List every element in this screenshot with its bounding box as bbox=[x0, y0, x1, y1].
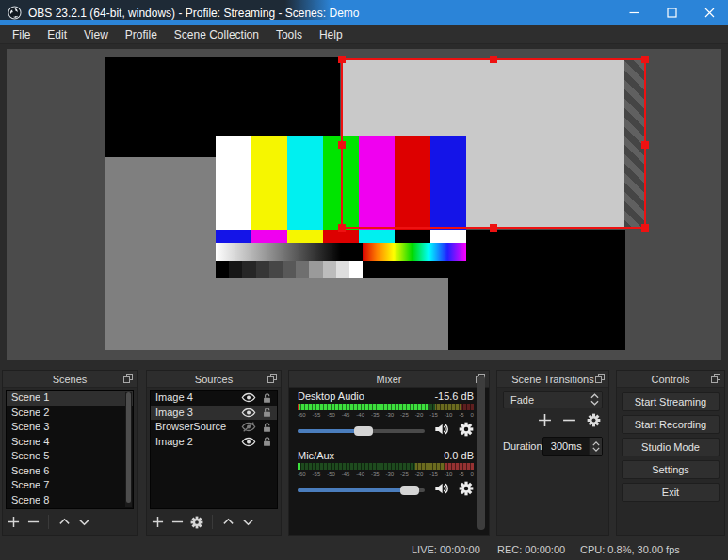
selection-handle[interactable] bbox=[641, 224, 649, 232]
db-tick-label: -55 bbox=[313, 471, 321, 478]
unlock-icon[interactable] bbox=[259, 407, 274, 418]
move-scene-down-button[interactable] bbox=[77, 516, 90, 529]
start-streaming-button[interactable]: Start Streaming bbox=[622, 392, 720, 411]
controls-panel-title: Controls bbox=[652, 374, 690, 385]
menu-file[interactable]: File bbox=[4, 28, 39, 41]
add-transition-button[interactable] bbox=[538, 413, 552, 431]
db-tick-label: -35 bbox=[371, 411, 380, 419]
scene-row[interactable]: Scene 8 bbox=[7, 493, 133, 508]
speaker-icon[interactable] bbox=[432, 481, 451, 500]
popout-icon[interactable] bbox=[123, 374, 133, 383]
popout-icon[interactable] bbox=[267, 374, 277, 383]
move-source-up-button[interactable] bbox=[221, 516, 235, 529]
minimize-button[interactable] bbox=[615, 0, 653, 25]
unlock-icon[interactable] bbox=[259, 392, 274, 404]
slider-handle[interactable] bbox=[400, 486, 419, 495]
source-row[interactable]: Image 2 bbox=[151, 435, 277, 450]
selection-handle[interactable] bbox=[490, 56, 497, 63]
selection-handle[interactable] bbox=[338, 56, 346, 63]
source-row[interactable]: BrowserSource bbox=[151, 420, 277, 435]
visibility-eye-icon[interactable] bbox=[241, 436, 256, 447]
db-tick-label: -15 bbox=[429, 471, 438, 478]
remove-source-button[interactable] bbox=[170, 516, 184, 529]
volume-slider[interactable] bbox=[298, 426, 425, 436]
transition-properties-gear-icon[interactable] bbox=[587, 413, 601, 431]
transitions-panel-title: Scene Transitions bbox=[511, 374, 593, 385]
audio-settings-gear-icon[interactable] bbox=[459, 422, 474, 440]
scene-row[interactable]: Scene 1 bbox=[7, 391, 133, 406]
selection-handle[interactable] bbox=[641, 141, 649, 149]
visibility-eye-icon[interactable] bbox=[241, 392, 256, 404]
selection-bounding-box[interactable] bbox=[341, 58, 646, 229]
db-tick-label: -50 bbox=[327, 411, 335, 419]
scene-row[interactable]: Scene 2 bbox=[7, 406, 133, 421]
source-name: Image 2 bbox=[155, 435, 241, 450]
move-scene-up-button[interactable] bbox=[57, 516, 71, 529]
db-tick-label: -30 bbox=[385, 471, 394, 478]
menu-scene-collection[interactable]: Scene Collection bbox=[166, 28, 267, 41]
start-recording-button[interactable]: Start Recording bbox=[622, 415, 720, 434]
transition-select[interactable]: Fade bbox=[503, 391, 603, 408]
menu-help[interactable]: Help bbox=[311, 28, 351, 41]
selection-handle[interactable] bbox=[641, 56, 649, 63]
source-black-rect-bottom[interactable] bbox=[448, 230, 625, 350]
move-source-down-button[interactable] bbox=[241, 516, 254, 529]
scene-name: Scene 5 bbox=[11, 449, 133, 464]
scene-name: Scene 9 bbox=[11, 507, 133, 509]
popout-icon[interactable] bbox=[711, 374, 720, 383]
gray-step bbox=[336, 261, 349, 278]
castellation-bar bbox=[323, 230, 359, 243]
mixer-scrollbar[interactable] bbox=[477, 376, 485, 530]
scene-row[interactable]: Scene 9 bbox=[7, 507, 133, 509]
scene-row[interactable]: Scene 4 bbox=[7, 435, 133, 450]
slider-handle[interactable] bbox=[354, 426, 373, 436]
add-source-button[interactable] bbox=[151, 516, 164, 529]
maximize-button[interactable] bbox=[653, 0, 690, 25]
selection-handle[interactable] bbox=[338, 224, 346, 232]
volume-slider[interactable] bbox=[298, 486, 425, 495]
cpu-fps-stats: CPU: 0.8%, 30.00 fps bbox=[580, 544, 680, 555]
scenes-scrollbar[interactable] bbox=[125, 392, 132, 507]
visibility-eye-icon[interactable] bbox=[241, 407, 256, 418]
studio-mode-button[interactable]: Studio Mode bbox=[622, 438, 720, 456]
scrollbar-thumb[interactable] bbox=[126, 392, 131, 503]
selection-handle[interactable] bbox=[338, 141, 346, 149]
unlock-icon[interactable] bbox=[259, 436, 274, 447]
menu-tools[interactable]: Tools bbox=[267, 28, 311, 41]
obs-window: OBS 23.2.1 (64-bit, windows) - Profile: … bbox=[0, 0, 728, 560]
duration-spinbox[interactable]: 300ms bbox=[542, 437, 603, 456]
source-row[interactable]: Image 3 bbox=[151, 406, 277, 421]
settings-button[interactable]: Settings bbox=[622, 460, 720, 479]
add-scene-button[interactable] bbox=[7, 516, 20, 529]
combo-spinner-icon[interactable] bbox=[588, 392, 602, 408]
menu-profile[interactable]: Profile bbox=[117, 28, 166, 41]
unlock-icon[interactable] bbox=[259, 422, 274, 433]
spinbox-arrows-icon[interactable] bbox=[589, 438, 602, 455]
close-button[interactable] bbox=[690, 0, 728, 25]
scene-name: Scene 8 bbox=[11, 493, 133, 508]
source-row[interactable]: Image 4 bbox=[151, 391, 277, 406]
remove-transition-button[interactable] bbox=[562, 413, 576, 431]
remove-scene-button[interactable] bbox=[26, 516, 40, 529]
speaker-icon[interactable] bbox=[432, 422, 451, 440]
scene-row[interactable]: Scene 7 bbox=[7, 478, 133, 493]
castellation-bar bbox=[216, 230, 251, 243]
menu-view[interactable]: View bbox=[75, 28, 117, 41]
scene-row[interactable]: Scene 5 bbox=[7, 449, 133, 464]
audio-level-value: 0.0 dB bbox=[444, 449, 474, 462]
source-properties-gear-icon[interactable] bbox=[190, 516, 203, 529]
menu-edit[interactable]: Edit bbox=[39, 28, 75, 41]
status-bar: LIVE: 00:00:00 REC: 00:00:00 CPU: 0.8%, … bbox=[0, 539, 728, 560]
gray-step bbox=[229, 261, 242, 278]
scene-row[interactable]: Scene 6 bbox=[7, 464, 133, 479]
audio-settings-gear-icon[interactable] bbox=[459, 481, 474, 500]
popout-icon[interactable] bbox=[595, 374, 605, 383]
visibility-eye-off-icon[interactable] bbox=[241, 422, 256, 433]
scene-name: Scene 3 bbox=[11, 420, 133, 435]
exit-button[interactable]: Exit bbox=[622, 483, 720, 502]
scene-row[interactable]: Scene 3 bbox=[7, 420, 133, 435]
scene-name: Scene 4 bbox=[11, 435, 133, 450]
selection-handle[interactable] bbox=[490, 224, 497, 232]
preview-canvas[interactable] bbox=[7, 49, 721, 360]
title-bar[interactable]: OBS 23.2.1 (64-bit, windows) - Profile: … bbox=[0, 0, 728, 25]
